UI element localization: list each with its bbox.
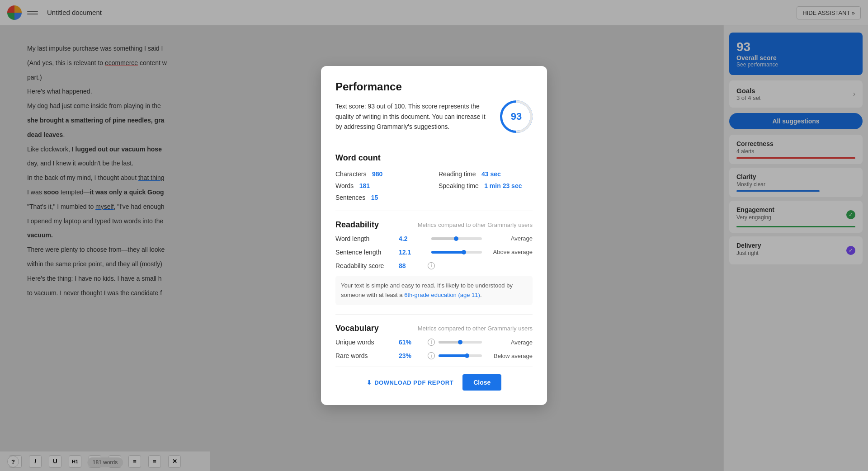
word-count-heading: Word count bbox=[335, 153, 533, 163]
word-count-grid: Characters 980 Reading time 43 sec Words… bbox=[335, 170, 533, 202]
metric-speaking-time: Speaking time 1 min 23 sec bbox=[439, 182, 533, 190]
word-length-metric: Word length 4.2 Average bbox=[335, 235, 533, 242]
vocabulary-metrics: Unique words 61% i Average Rare words 23… bbox=[335, 339, 533, 359]
metric-characters: Characters 980 bbox=[335, 170, 429, 178]
readability-comparison-label: Metrics compared to other Grammarly user… bbox=[418, 221, 533, 228]
sentence-length-metric: Sentence length 12.1 Above average bbox=[335, 249, 533, 256]
readability-metrics: Word length 4.2 Average Sentence length … bbox=[335, 235, 533, 269]
score-circle: 93 bbox=[500, 100, 533, 133]
vocabulary-comparison-label: Metrics compared to other Grammarly user… bbox=[418, 325, 533, 332]
score-row: Text score: 93 out of 100. This score re… bbox=[335, 100, 533, 133]
divider-2 bbox=[335, 211, 533, 211]
metric-reading-time: Reading time 43 sec bbox=[439, 170, 533, 178]
readability-description: Your text is simple and easy to read. It… bbox=[335, 276, 533, 306]
rare-words-info-icon[interactable]: i bbox=[428, 352, 435, 359]
readability-header: Readability Metrics compared to other Gr… bbox=[335, 220, 533, 230]
metric-sentences: Sentences 15 bbox=[335, 193, 429, 202]
unique-words-metric: Unique words 61% i Average bbox=[335, 339, 533, 346]
performance-modal: Performance Text score: 93 out of 100. T… bbox=[321, 66, 547, 405]
download-icon: ⬇ bbox=[367, 379, 372, 386]
rare-words-metric: Rare words 23% i Below average bbox=[335, 352, 533, 359]
download-pdf-button[interactable]: ⬇ DOWNLOAD PDF REPORT bbox=[367, 379, 453, 386]
close-button[interactable]: Close bbox=[462, 374, 501, 391]
vocabulary-header: Vocabulary Metrics compared to other Gra… bbox=[335, 324, 533, 333]
divider bbox=[335, 144, 533, 144]
metric-words: Words 181 bbox=[335, 182, 429, 190]
divider-3 bbox=[335, 314, 533, 315]
unique-words-info-icon[interactable]: i bbox=[428, 339, 435, 346]
modal-overlay: Performance Text score: 93 out of 100. T… bbox=[0, 0, 868, 471]
modal-footer: ⬇ DOWNLOAD PDF REPORT Close bbox=[335, 367, 533, 391]
readability-info-icon[interactable]: i bbox=[428, 262, 435, 269]
readability-score-metric: Readability score 88 i bbox=[335, 262, 533, 269]
vocabulary-heading: Vocabulary bbox=[335, 324, 379, 333]
grade-link[interactable]: 6th-grade education (age 11) bbox=[404, 292, 480, 298]
readability-heading: Readability bbox=[335, 220, 379, 230]
score-description: Text score: 93 out of 100. This score re… bbox=[335, 101, 500, 132]
modal-title: Performance bbox=[335, 80, 533, 93]
